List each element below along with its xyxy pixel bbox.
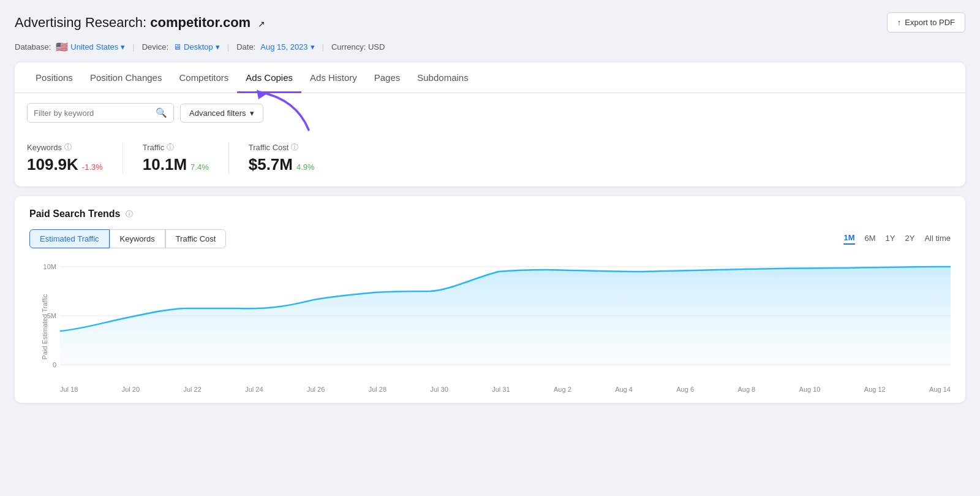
export-pdf-button[interactable]: ↑ Export to PDF [887,12,965,32]
trends-card: Paid Search Trends ⓘ Estimated Traffic K… [15,196,965,403]
x-label-aug14: Aug 14 [929,386,951,393]
main-card: Positions Position Changes Competitors A… [15,63,965,186]
search-input[interactable] [34,109,153,118]
y-label-0: 0 [29,361,56,368]
traffic-cost-info-icon[interactable]: ⓘ [291,142,298,153]
x-label-aug8: Aug 8 [737,386,755,393]
x-label-jul18: Jul 18 [60,386,78,393]
tabs-row: Positions Position Changes Competitors A… [15,63,965,93]
page-title: Advertising Research: competitor.com ↗ [15,15,265,31]
external-link-icon[interactable]: ↗ [258,19,265,29]
y-label-10m: 10M [29,263,56,270]
traffic-stat: Traffic ⓘ 10.1M 7.4% [143,142,229,174]
time-tab-all[interactable]: All time [924,234,951,244]
x-label-aug12: Aug 12 [864,386,886,393]
filters-bar: Database: 🇺🇸 United States ▾ | Device: 🖥… [15,41,965,53]
desktop-icon: 🖥 [173,42,181,52]
export-icon: ↑ [897,18,902,27]
x-axis-labels: Jul 18 Jul 20 Jul 22 Jul 24 Jul 26 Jul 2… [60,383,951,393]
x-label-jul31: Jul 31 [492,386,510,393]
trends-info-icon[interactable]: ⓘ [126,209,133,219]
traffic-info-icon[interactable]: ⓘ [167,142,174,153]
trend-tabs: Estimated Traffic Keywords Traffic Cost [29,229,226,248]
search-icon[interactable]: 🔍 [156,107,167,118]
x-label-jul24: Jul 24 [245,386,263,393]
tab-pages[interactable]: Pages [366,63,409,93]
chart-svg [60,261,951,383]
database-dropdown[interactable]: 🇺🇸 United States ▾ [56,41,125,53]
x-label-jul20: Jul 20 [122,386,140,393]
trend-filter-row: Estimated Traffic Keywords Traffic Cost … [29,229,951,248]
stats-row: Keywords ⓘ 109.9K -1.3% Traffic ⓘ 10.1M … [15,132,965,186]
x-label-jul30: Jul 30 [431,386,448,393]
x-label-aug2: Aug 2 [554,386,571,393]
time-tab-2y[interactable]: 2Y [905,234,914,244]
keywords-stat: Keywords ⓘ 109.9K -1.3% [27,142,123,174]
chevron-down-icon: ▾ [121,42,125,52]
chart-area: Paid Estimated Traffic 10M 5M 0 [29,261,951,393]
traffic-cost-stat: Traffic Cost ⓘ $5.7M 4.9% [249,142,334,174]
chevron-down-icon: ▾ [250,109,254,118]
chevron-down-icon: ▾ [216,42,220,52]
search-input-wrap: 🔍 [27,103,174,123]
trends-header: Paid Search Trends ⓘ [29,208,951,219]
time-range-tabs: 1M 6M 1Y 2Y All time [843,233,951,245]
date-dropdown[interactable]: Aug 15, 2023 ▾ [260,42,314,52]
x-label-aug6: Aug 6 [676,386,694,393]
tab-position-changes[interactable]: Position Changes [81,63,171,93]
search-filter-row: 🔍 Advanced filters ▾ [15,93,965,132]
x-label-jul26: Jul 26 [307,386,325,393]
x-label-jul28: Jul 28 [369,386,386,393]
chart-svg-container: Jul 18 Jul 20 Jul 22 Jul 24 Jul 26 Jul 2… [60,261,951,393]
advanced-filters-button[interactable]: Advanced filters ▾ [180,104,263,123]
trend-tab-estimated-traffic[interactable]: Estimated Traffic [29,229,110,248]
y-axis-label: Paid Estimated Traffic [41,294,48,360]
time-tab-6m[interactable]: 6M [865,234,876,244]
x-label-jul22: Jul 22 [184,386,202,393]
trend-tab-keywords[interactable]: Keywords [110,229,165,248]
us-flag-icon: 🇺🇸 [56,41,68,53]
trend-tab-traffic-cost[interactable]: Traffic Cost [165,229,227,248]
chevron-down-icon: ▾ [311,42,315,52]
tab-competitors[interactable]: Competitors [170,63,237,93]
tab-ads-copies[interactable]: Ads Copies [237,63,301,93]
time-tab-1y[interactable]: 1Y [886,234,895,244]
x-label-aug4: Aug 4 [615,386,633,393]
tab-subdomains[interactable]: Subdomains [409,63,477,93]
tab-ads-history[interactable]: Ads History [301,63,366,93]
device-dropdown[interactable]: 🖥 Desktop ▾ [173,42,220,52]
tab-positions[interactable]: Positions [27,63,81,93]
x-label-aug10: Aug 10 [799,386,821,393]
keywords-info-icon[interactable]: ⓘ [64,142,72,153]
time-tab-1m[interactable]: 1M [843,233,854,245]
